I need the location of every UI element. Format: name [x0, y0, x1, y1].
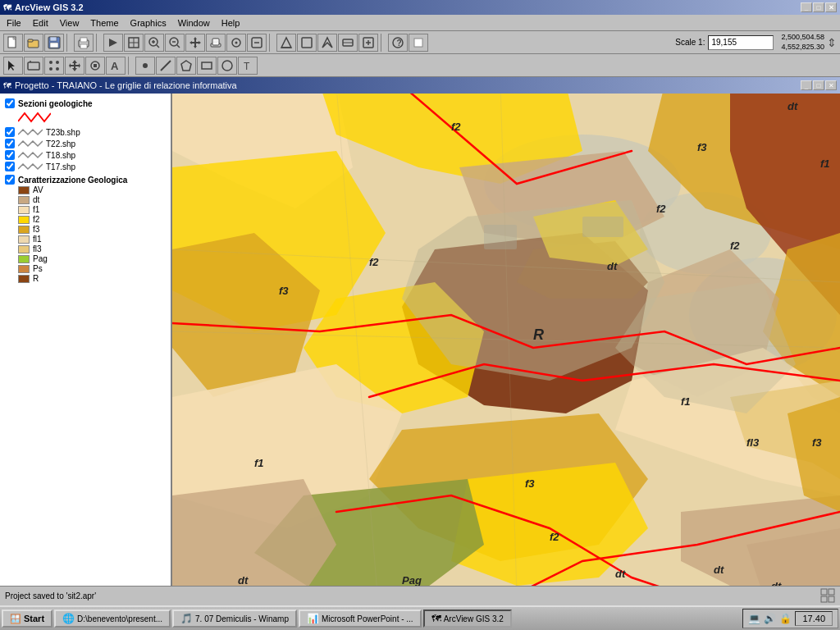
svg-rect-8	[80, 38, 87, 42]
menu-theme[interactable]: Theme	[85, 16, 123, 30]
close-button[interactable]: ✕	[825, 2, 837, 12]
draw-point-tool[interactable]	[135, 57, 155, 75]
draw-line-tool[interactable]	[156, 57, 176, 75]
svg-marker-55	[181, 61, 191, 71]
svg-marker-42	[8, 61, 15, 71]
label-f2-bot: f2	[550, 531, 559, 543]
toc-item-t17: T17.shp	[2, 161, 169, 172]
toc-sezioni-checkbox[interactable]	[5, 98, 15, 108]
legend-f2: f2	[2, 215, 169, 225]
label-dt-top: dt	[788, 100, 798, 112]
circle-select-tool[interactable]	[85, 57, 105, 75]
tool3-button[interactable]	[206, 34, 226, 52]
draw-poly-tool[interactable]	[176, 57, 196, 75]
label-f2-mid: f2	[656, 203, 666, 215]
identify-button[interactable]: ?	[388, 34, 408, 52]
project-maximize[interactable]: □	[813, 80, 824, 90]
draw-text-tool[interactable]: T	[238, 57, 258, 75]
legend-f2-label: f2	[33, 215, 39, 224]
label-f3-top: f3	[697, 141, 707, 153]
toc-caratgeo-label: Caratterizzazione Geologica	[18, 176, 127, 185]
toc-t22-label: T22.shp	[46, 139, 75, 148]
legend-Ps: Ps	[2, 264, 169, 274]
maximize-button[interactable]: □	[813, 2, 824, 12]
tool8-button[interactable]	[317, 34, 337, 52]
toc-t23b-checkbox[interactable]	[5, 127, 15, 137]
taskbar-item-ppt[interactable]: 📊 Microsoft PowerPoint - ...	[299, 609, 422, 628]
svg-rect-43	[28, 62, 39, 70]
tool5-button[interactable]	[247, 34, 267, 52]
sezioni-icon	[18, 112, 51, 123]
select-tool[interactable]	[24, 57, 43, 75]
project-titlebar: 🗺 Progetto - TRAIANO - Le griglie di rel…	[0, 77, 840, 94]
menu-graphics[interactable]: Graphics	[126, 16, 171, 30]
status-text: Project saved to 'sit2.apr'	[5, 591, 96, 600]
draw-rect-tool[interactable]	[197, 57, 217, 75]
toolbar2: A T	[0, 54, 840, 77]
label-Pag: Pag	[402, 574, 422, 586]
vertex-tool[interactable]	[44, 57, 64, 75]
zoom-out-button[interactable]	[165, 34, 185, 52]
menu-edit[interactable]: Edit	[28, 16, 53, 30]
scale-box: Scale 1:	[675, 35, 774, 50]
svg-marker-49	[69, 60, 80, 71]
toc-t22-checkbox[interactable]	[5, 139, 15, 148]
tool2-button[interactable]	[124, 34, 144, 52]
tool11-button[interactable]	[409, 34, 428, 52]
label-f2-right: f2	[730, 240, 740, 252]
toc-t18-checkbox[interactable]	[5, 150, 15, 160]
clock: 17.40	[795, 611, 833, 626]
open-button[interactable]	[24, 34, 43, 52]
grid-toggle	[820, 588, 835, 605]
svg-rect-95	[829, 589, 834, 595]
save-button[interactable]	[44, 34, 64, 52]
pointer-tool[interactable]	[3, 57, 23, 75]
label-f2-top: f2	[451, 121, 461, 133]
svg-rect-97	[829, 596, 834, 602]
menu-window[interactable]: Window	[173, 16, 215, 30]
project-close[interactable]: ✕	[825, 80, 837, 90]
move-tool[interactable]	[65, 57, 84, 75]
ppt-label: Microsoft PowerPoint - ...	[322, 614, 413, 623]
legend-dt-color	[18, 196, 30, 204]
label-dt-bot2: dt	[771, 580, 782, 586]
minimize-button[interactable]: _	[801, 2, 812, 12]
label-f2-left: f2	[369, 256, 379, 268]
legend-fl3: fl3	[2, 244, 169, 254]
tool1-button[interactable]	[103, 34, 123, 52]
arcview-taskbar-icon: 🗺	[431, 613, 441, 624]
print-button[interactable]	[74, 34, 94, 52]
tool4-button[interactable]	[226, 34, 246, 52]
project-minimize[interactable]: _	[801, 80, 812, 90]
app-title: ArcView GIS 3.2	[15, 2, 84, 12]
tool10-button[interactable]	[358, 34, 378, 52]
sidebar-toc: Sezioni geologiche T23b.shp	[0, 94, 172, 586]
label-tool[interactable]: A	[106, 57, 126, 75]
menu-help[interactable]: Help	[217, 16, 245, 30]
project-icon: 🗺	[3, 81, 11, 90]
legend-R-color	[18, 275, 30, 283]
menu-file[interactable]: File	[2, 16, 26, 30]
svg-text:?: ?	[397, 39, 402, 48]
sep4	[381, 34, 386, 52]
scale-input[interactable]	[708, 35, 774, 50]
taskbar-item-winamp[interactable]: 🎵 7. 07 Demiculis - Winamp	[172, 609, 297, 628]
toc-caratgeo-checkbox[interactable]	[5, 175, 15, 185]
start-button[interactable]: 🪟 Start	[2, 609, 52, 628]
tool6-button[interactable]	[276, 34, 296, 52]
draw-circle-tool[interactable]	[217, 57, 237, 75]
toc-t17-checkbox[interactable]	[5, 162, 15, 171]
zoom-in-button[interactable]	[144, 34, 164, 52]
svg-line-15	[157, 45, 159, 48]
title-bar: 🗺 ArcView GIS 3.2 _ □ ✕	[0, 0, 840, 15]
map-area[interactable]: f2 f3 f2 f2 f2 f3 dt R dt f1 f3 AV fl3 f…	[172, 94, 840, 586]
pan-button[interactable]	[185, 34, 205, 52]
new-button[interactable]	[3, 34, 23, 52]
tool7-button[interactable]	[297, 34, 317, 52]
tool9-button[interactable]	[338, 34, 358, 52]
zoom-arrows[interactable]: ⇕	[827, 36, 837, 49]
menu-view[interactable]: View	[55, 16, 84, 30]
taskbar-item-ie[interactable]: 🌐 D:\benevento\present...	[54, 609, 171, 628]
svg-point-57	[222, 61, 232, 71]
taskbar-item-arcview[interactable]: 🗺 ArcView GIS 3.2	[423, 609, 512, 628]
